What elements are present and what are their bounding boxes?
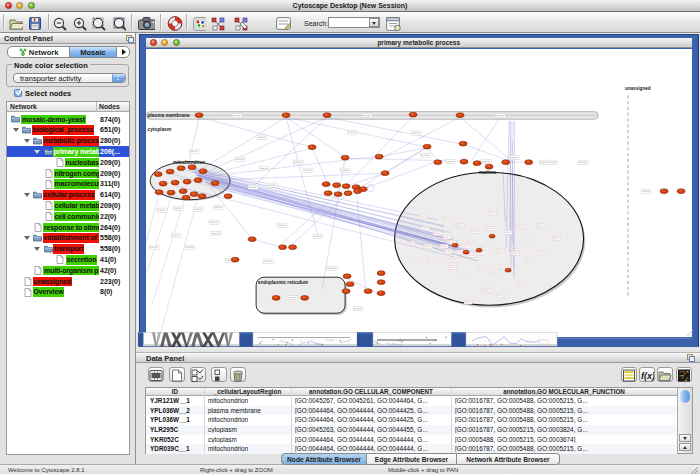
svg-text:f(x): f(x) bbox=[641, 371, 654, 381]
svg-text:plasma membrane: plasma membrane bbox=[147, 113, 189, 118]
svg-text:mitochondrion: mitochondrion bbox=[173, 160, 205, 165]
svg-text:unassigned: unassigned bbox=[625, 86, 651, 91]
svg-text:nucleus: nucleus bbox=[479, 170, 497, 175]
svg-text:endoplasmic reticulum: endoplasmic reticulum bbox=[258, 279, 308, 284]
svg-text:cytoplasm: cytoplasm bbox=[147, 126, 171, 131]
